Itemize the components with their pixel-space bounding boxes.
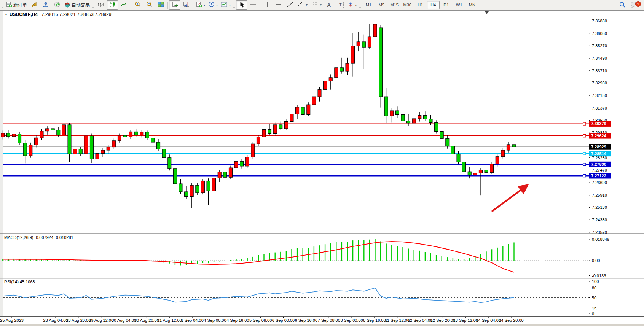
candle-body	[423, 116, 427, 119]
candle-body	[12, 134, 16, 137]
chart-canvas[interactable]: 7.368307.360507.352707.344907.337107.329…	[0, 0, 644, 326]
zoom-in-icon	[135, 1, 141, 9]
search-button[interactable]	[617, 0, 628, 10]
zoom-in-button[interactable]	[132, 0, 143, 10]
candle-body	[179, 184, 182, 192]
autotrade-button[interactable]: 自动交易	[63, 0, 91, 10]
fibonacci-button[interactable]: F	[309, 0, 323, 10]
candle-body	[18, 134, 21, 143]
candle-body	[268, 129, 271, 133]
zoom-out-icon	[146, 1, 153, 9]
announce-button[interactable]	[29, 0, 40, 10]
toolbar-grip[interactable]	[233, 2, 235, 8]
svg-text:-0.0133: -0.0133	[592, 274, 606, 278]
candle-body	[324, 81, 327, 89]
toolbar-grip[interactable]	[92, 2, 94, 8]
svg-text:11 Sep 12:00: 11 Sep 12:00	[385, 318, 410, 323]
toolbar-grip[interactable]	[2, 2, 3, 8]
tf-mn[interactable]: MN	[465, 1, 478, 9]
tf-h1[interactable]: H1	[414, 1, 427, 9]
candle-body	[390, 111, 394, 116]
candle-body	[312, 97, 316, 105]
svg-text:29 Aug 12:00: 29 Aug 12:00	[89, 318, 113, 323]
templates-button[interactable]: ▾	[219, 0, 232, 10]
candle-body	[229, 168, 232, 177]
candle-body	[379, 28, 383, 97]
cursor-button[interactable]	[236, 0, 247, 10]
toolbar-grip[interactable]	[359, 2, 361, 8]
text-icon: A	[327, 2, 331, 8]
profile-button[interactable]	[40, 0, 51, 10]
hline-handle[interactable]	[583, 174, 586, 177]
svg-text:7.32150: 7.32150	[592, 93, 607, 98]
label-icon: T	[337, 2, 344, 8]
tf-m5[interactable]: M5	[375, 1, 388, 9]
tf-h4[interactable]: H4	[427, 1, 440, 9]
auto-scroll-icon	[171, 2, 178, 9]
zoom-out-button[interactable]	[143, 0, 155, 10]
tf-d1[interactable]: D1	[440, 1, 453, 9]
candle-body	[479, 170, 482, 173]
periods-button[interactable]: ▾	[207, 0, 219, 10]
hline-handle[interactable]	[583, 135, 586, 137]
svg-text:8 Sep 16:00: 8 Sep 16:00	[363, 318, 386, 323]
svg-text:7.25910: 7.25910	[592, 193, 607, 197]
svg-text:30 Aug 20:00: 30 Aug 20:00	[134, 318, 159, 323]
indicators-button[interactable]: ▾	[194, 0, 207, 10]
candle-body	[207, 181, 210, 191]
tf-w1[interactable]: W1	[453, 1, 465, 9]
svg-text:25 Aug 2023: 25 Aug 2023	[0, 318, 24, 323]
price-tag-label: 7.27830	[591, 162, 606, 167]
candle-body	[123, 135, 127, 137]
candle-body	[451, 146, 454, 154]
toolbar-separator	[193, 2, 193, 9]
bar-chart-button[interactable]	[95, 0, 107, 10]
candle-body	[134, 132, 138, 135]
signal-button[interactable]	[51, 0, 63, 10]
horizontal-line-button[interactable]	[273, 0, 284, 10]
horizontal-line-icon	[275, 2, 282, 9]
notifications-button[interactable]: 1	[628, 0, 639, 10]
line-chart-button[interactable]	[118, 0, 129, 10]
text-button[interactable]: A	[323, 0, 335, 10]
auto-scroll-button[interactable]	[169, 0, 180, 10]
hline-handle[interactable]	[583, 152, 586, 155]
fibo-letter: F	[320, 3, 322, 7]
dropdown-caret-icon: ▾	[355, 3, 357, 7]
candle-body	[84, 136, 88, 154]
shapes-button[interactable]: ▾	[346, 0, 358, 10]
candle-body	[68, 125, 71, 154]
label-button[interactable]: T	[335, 0, 346, 10]
candle-body	[173, 169, 177, 184]
candle-body	[351, 46, 355, 63]
channel-button[interactable]: E	[296, 0, 309, 10]
trendline-button[interactable]	[284, 0, 296, 10]
hline-handle[interactable]	[583, 122, 586, 125]
time-axis: 25 Aug 202328 Aug 04:0028 Aug 20:0029 Au…	[0, 317, 524, 323]
svg-text:7.34490: 7.34490	[592, 56, 607, 60]
tile-windows-button[interactable]	[155, 0, 166, 10]
candle-body	[190, 185, 193, 196]
candle-body	[218, 172, 221, 178]
price-tag-label: 7.27122	[591, 173, 606, 178]
candle-chart-button[interactable]	[107, 0, 118, 10]
cursor-icon	[239, 2, 244, 9]
toolbar-separator	[131, 2, 131, 9]
shapes-icon	[348, 2, 354, 9]
channel-icon	[297, 1, 305, 9]
crosshair-button[interactable]	[247, 0, 259, 10]
tf-m1[interactable]: M1	[362, 1, 375, 9]
candle-body	[485, 170, 488, 173]
bar-chart-icon	[97, 2, 104, 9]
tf-m15[interactable]: M15	[388, 1, 401, 9]
chart-shift-button[interactable]	[180, 0, 192, 10]
candle-body	[368, 37, 371, 47]
svg-text:5 Sep 08:00: 5 Sep 08:00	[249, 318, 272, 323]
hline-handle[interactable]	[583, 163, 586, 166]
tf-m30[interactable]: M30	[401, 1, 414, 9]
fibonacci-icon	[311, 1, 319, 9]
search-icon	[619, 1, 626, 9]
vertical-line-button[interactable]	[261, 0, 273, 10]
svg-text:7.33710: 7.33710	[592, 68, 607, 73]
new-order-button[interactable]: 新订单	[5, 0, 29, 10]
